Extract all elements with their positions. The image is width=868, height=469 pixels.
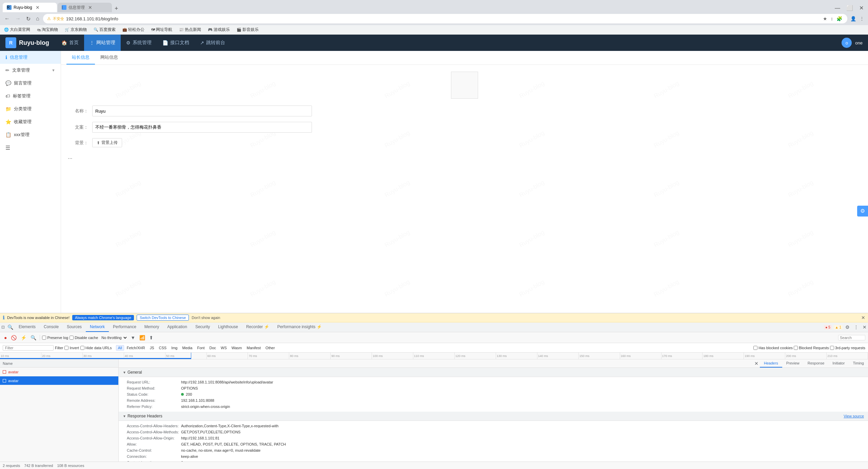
sidebar-item-category[interactable]: 📁 分类管理: [0, 102, 61, 115]
details-tab-initiator[interactable]: Initiator: [828, 359, 849, 368]
details-close-btn[interactable]: ✕: [753, 359, 760, 368]
blocked-requests-checkbox[interactable]: [794, 346, 798, 350]
dont-show-btn[interactable]: Don't show again: [192, 316, 220, 320]
filter-fetch-xhr-btn[interactable]: Fetch/XHR: [125, 345, 147, 351]
nav-website[interactable]: ⋮ 网站管理: [84, 35, 121, 51]
dt-tab-security[interactable]: Security: [191, 322, 214, 332]
sidebar-item-collapse[interactable]: ☰: [0, 141, 61, 154]
bookmark-news[interactable]: 📰热点新闻: [178, 26, 202, 33]
page-tab-website[interactable]: 网站信息: [95, 51, 123, 64]
nav-system[interactable]: ⚙ 系统管理: [121, 35, 157, 51]
filter-manifest-btn[interactable]: Manifest: [245, 345, 263, 351]
address-input-wrap[interactable]: ⚠ 不安全 192.168.1.101:81/blog/info ★ ↕ 🧩: [43, 14, 847, 23]
throttling-settings-btn[interactable]: ▼: [129, 334, 137, 341]
throttling-select[interactable]: No throttling: [99, 335, 128, 340]
bookmark-office[interactable]: 💼轻松办公: [121, 26, 146, 33]
request-row-1[interactable]: avatar: [0, 376, 118, 385]
nav-frontend[interactable]: ↗ 跳转前台: [195, 35, 231, 51]
dt-tab-application[interactable]: Application: [163, 322, 191, 332]
notification-close-btn[interactable]: ✕: [861, 315, 865, 320]
filter-font-btn[interactable]: Font: [195, 345, 206, 351]
devtools-inspect-btn[interactable]: 🔍: [6, 323, 15, 331]
sidebar-item-article[interactable]: ✏ 文章管理 ▼: [0, 64, 61, 77]
profile-btn[interactable]: 👤: [849, 15, 857, 22]
sidebar-item-message[interactable]: 💬 留言管理: [0, 77, 61, 90]
tab-search-btn[interactable]: ↕: [830, 15, 834, 22]
filter-css-btn[interactable]: CSS: [157, 345, 169, 351]
sidebar-item-info[interactable]: ℹ 信息管理: [0, 51, 61, 64]
sidebar-item-tag[interactable]: 🏷 标签管理: [0, 90, 61, 102]
devtools-elements-toggle[interactable]: ⊡: [0, 323, 6, 331]
tab-ruyu-blog[interactable]: R Ruyu-blog ✕: [3, 3, 57, 12]
clear-btn[interactable]: 🚫: [9, 334, 18, 341]
bookmark-btn[interactable]: ★: [822, 15, 828, 22]
has-blocked-cookies-checkbox[interactable]: [753, 346, 757, 350]
details-tab-response[interactable]: Response: [804, 359, 829, 368]
dt-tab-lighthouse[interactable]: Lighthouse: [214, 322, 242, 332]
dt-tab-perf-insights[interactable]: Performance insights ⚡: [273, 322, 326, 332]
dt-tab-network[interactable]: Network: [86, 322, 109, 332]
hide-data-urls-checkbox[interactable]: [80, 346, 84, 350]
devtools-more-btn[interactable]: ⋮: [852, 323, 860, 331]
home-btn[interactable]: ⌂: [34, 15, 41, 23]
nav-home[interactable]: 🏠 首页: [56, 35, 84, 51]
filter-btn[interactable]: ⚡: [19, 334, 28, 341]
dt-tab-elements[interactable]: Elements: [15, 322, 40, 332]
new-tab-btn[interactable]: +: [112, 5, 121, 12]
view-source-btn[interactable]: View source: [844, 414, 864, 418]
bookmark-nav[interactable]: 🗺网址导航: [150, 26, 174, 33]
response-headers-section-header[interactable]: ▼ Response Headers View source: [119, 412, 868, 421]
menu-btn[interactable]: ⋮: [859, 15, 865, 22]
extensions-btn[interactable]: 🧩: [835, 15, 843, 22]
minimize-btn[interactable]: ⬜: [845, 4, 855, 12]
filter-all-btn[interactable]: All: [116, 345, 124, 351]
filter-input[interactable]: [3, 345, 54, 351]
invert-checkbox[interactable]: [64, 346, 68, 350]
dt-tab-console[interactable]: Console: [40, 322, 63, 332]
disable-cache-checkbox[interactable]: [70, 336, 74, 340]
user-avatar[interactable]: o: [842, 38, 852, 48]
devtools-close-btn[interactable]: ✕: [861, 323, 868, 331]
dt-tab-sources[interactable]: Sources: [63, 322, 86, 332]
record-btn[interactable]: ●: [3, 334, 8, 341]
close-btn[interactable]: ✕: [857, 4, 865, 12]
details-tab-headers[interactable]: Headers: [760, 359, 782, 368]
bookmark-dabai[interactable]: 🌐大白菜官网: [3, 26, 32, 33]
tab-close-btn-2[interactable]: ✕: [88, 5, 92, 10]
filter-wasm-btn[interactable]: Wasm: [230, 345, 244, 351]
devtools-settings-btn[interactable]: ⚙: [844, 323, 851, 331]
upload-btn[interactable]: ⬆ 背景上传: [92, 138, 122, 147]
filter-media-btn[interactable]: Media: [180, 345, 194, 351]
filter-other-btn[interactable]: Other: [263, 345, 277, 351]
filter-ws-btn[interactable]: WS: [219, 345, 229, 351]
filter-js-btn[interactable]: JS: [148, 345, 156, 351]
wifi-btn[interactable]: 📶: [138, 334, 146, 341]
general-section-header[interactable]: ▼ General: [119, 368, 868, 377]
filter-img-btn[interactable]: Img: [169, 345, 179, 351]
dt-tab-memory[interactable]: Memory: [140, 322, 163, 332]
name-input[interactable]: [92, 106, 312, 116]
details-tab-timing[interactable]: Timing: [849, 359, 868, 368]
dt-tab-recorder[interactable]: Recorder ⚡: [242, 322, 273, 332]
tab-close-btn[interactable]: ✕: [36, 5, 40, 10]
dt-tab-performance[interactable]: Performance: [109, 322, 140, 332]
third-party-checkbox[interactable]: [830, 346, 834, 350]
search-input[interactable]: [838, 335, 865, 340]
details-tab-preview[interactable]: Preview: [782, 359, 804, 368]
restore-btn[interactable]: —: [833, 4, 842, 12]
nav-api[interactable]: 📄 接口文档: [157, 35, 195, 51]
bookmark-baidu[interactable]: 🔍百度搜索: [92, 26, 117, 33]
always-match-btn[interactable]: Always match Chrome's language: [72, 315, 134, 320]
import-btn[interactable]: ⬆: [148, 334, 155, 341]
bookmark-jd[interactable]: 🛒京东购物: [63, 26, 88, 33]
sidebar-item-favorites[interactable]: ⭐ 收藏管理: [0, 115, 61, 128]
filter-doc-btn[interactable]: Doc: [207, 345, 218, 351]
bookmark-game[interactable]: 🎮游戏娱乐: [206, 26, 231, 33]
wencase-input[interactable]: [92, 122, 312, 133]
settings-floating-btn[interactable]: ⚙: [857, 206, 868, 217]
page-tab-webmaster[interactable]: 站长信息: [66, 51, 95, 64]
switch-devtools-btn[interactable]: Switch DevTools to Chinese: [137, 315, 189, 321]
bookmark-taobao[interactable]: 🛍淘宝购物: [36, 26, 59, 33]
bookmark-video[interactable]: 🎬影音娱乐: [235, 26, 260, 33]
tab-info-manage[interactable]: I 信息管理 ✕: [58, 3, 112, 12]
